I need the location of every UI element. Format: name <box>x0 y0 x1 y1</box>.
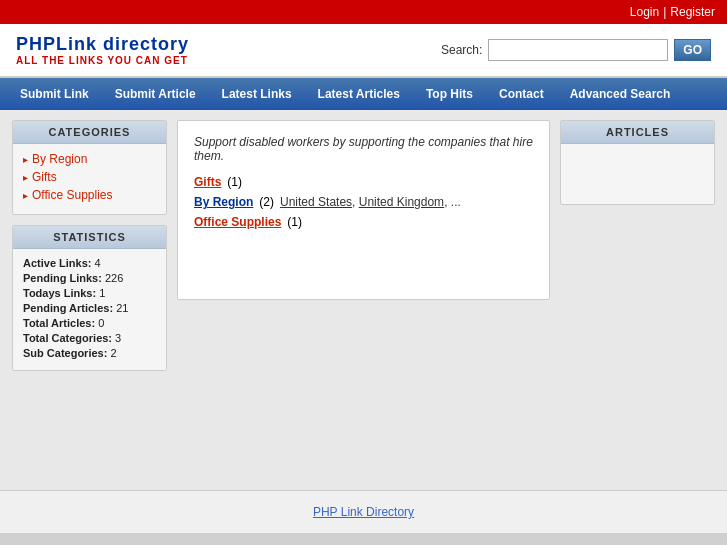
separator: | <box>663 5 666 19</box>
articles-title: ARTICLES <box>561 121 714 144</box>
statistics-box: STATISTICS Active Links: 4 Pending Links… <box>12 225 167 371</box>
search-area: Search: GO <box>441 39 711 61</box>
nav-bar: Submit Link Submit Article Latest Links … <box>0 78 727 110</box>
cat-row-by-region: By Region (2) United States, United King… <box>194 195 533 209</box>
by-region-link[interactable]: By Region <box>194 195 253 209</box>
nav-latest-articles[interactable]: Latest Articles <box>306 81 412 107</box>
cat-gifts[interactable]: Gifts <box>23 170 156 184</box>
united-states-link[interactable]: United States <box>280 195 352 209</box>
nav-submit-link[interactable]: Submit Link <box>8 81 101 107</box>
logo-name: PHPLink directory <box>16 34 189 54</box>
gifts-link[interactable]: Gifts <box>194 175 221 189</box>
statistics-title: STATISTICS <box>13 226 166 249</box>
login-link[interactable]: Login <box>630 5 659 19</box>
by-region-sub-links: United States, United Kingdom, ... <box>280 195 461 209</box>
footer: PHP Link Directory <box>0 490 727 533</box>
gifts-count: (1) <box>227 175 242 189</box>
stat-sub-categories: Sub Categories: 2 <box>23 347 156 359</box>
header: PHPLink directory ALL THE LINKS YOU CAN … <box>0 24 727 78</box>
main-layout: CATEGORIES By Region Gifts Office Suppli… <box>12 120 715 381</box>
categories-content: By Region Gifts Office Supplies <box>13 144 166 214</box>
logo[interactable]: PHPLink directory ALL THE LINKS YOU CAN … <box>16 34 189 66</box>
cat-office-supplies[interactable]: Office Supplies <box>23 188 156 202</box>
footer-gray-bar <box>0 533 727 545</box>
articles-content <box>561 144 714 204</box>
register-link[interactable]: Register <box>670 5 715 19</box>
right-sidebar: ARTICLES <box>560 120 715 205</box>
logo-text: PHPLink directory ALL THE LINKS YOU CAN … <box>16 34 189 66</box>
office-supplies-count: (1) <box>287 215 302 229</box>
cat-row-office-supplies: Office Supplies (1) <box>194 215 533 229</box>
categories-title: CATEGORIES <box>13 121 166 144</box>
top-bar: Login | Register <box>0 0 727 24</box>
stat-pending-links: Pending Links: 226 <box>23 272 156 284</box>
cat-row-gifts: Gifts (1) <box>194 175 533 189</box>
articles-box: ARTICLES <box>560 120 715 205</box>
stat-todays-links: Todays Links: 1 <box>23 287 156 299</box>
body-wrap: CATEGORIES By Region Gifts Office Suppli… <box>0 110 727 490</box>
left-sidebar: CATEGORIES By Region Gifts Office Suppli… <box>12 120 167 381</box>
office-supplies-link[interactable]: Office Supplies <box>194 215 281 229</box>
intro-text: Support disabled workers by supporting t… <box>194 135 533 163</box>
nav-advanced-search[interactable]: Advanced Search <box>558 81 683 107</box>
stat-total-articles: Total Articles: 0 <box>23 317 156 329</box>
nav-contact[interactable]: Contact <box>487 81 556 107</box>
cat-by-region[interactable]: By Region <box>23 152 156 166</box>
statistics-content: Active Links: 4 Pending Links: 226 Today… <box>13 249 166 370</box>
nav-top-hits[interactable]: Top Hits <box>414 81 485 107</box>
main-content: Support disabled workers by supporting t… <box>177 120 550 300</box>
nav-latest-links[interactable]: Latest Links <box>210 81 304 107</box>
categories-box: CATEGORIES By Region Gifts Office Suppli… <box>12 120 167 215</box>
search-button[interactable]: GO <box>674 39 711 61</box>
footer-link[interactable]: PHP Link Directory <box>313 505 414 519</box>
search-input[interactable] <box>488 39 668 61</box>
nav-submit-article[interactable]: Submit Article <box>103 81 208 107</box>
logo-tagline: ALL THE LINKS YOU CAN GET <box>16 55 189 66</box>
by-region-count: (2) <box>259 195 274 209</box>
stat-active-links: Active Links: 4 <box>23 257 156 269</box>
united-kingdom-link[interactable]: United Kingdom <box>359 195 444 209</box>
stat-total-categories: Total Categories: 3 <box>23 332 156 344</box>
search-label: Search: <box>441 43 482 57</box>
stat-pending-articles: Pending Articles: 21 <box>23 302 156 314</box>
